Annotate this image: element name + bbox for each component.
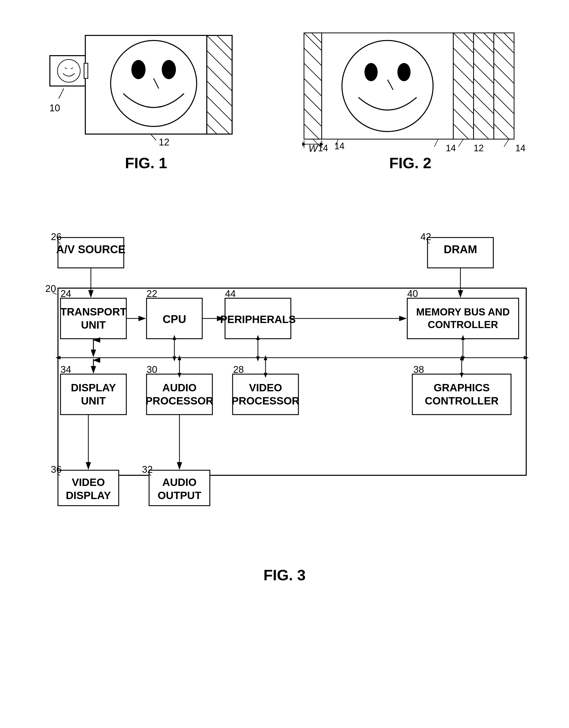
svg-line-77	[434, 139, 438, 147]
svg-text:UNIT: UNIT	[81, 395, 106, 407]
svg-text:VIDEO: VIDEO	[72, 476, 105, 488]
svg-text:14: 14	[335, 141, 345, 151]
page: 10 12 FIG. 1	[0, 0, 569, 728]
fig3-label: FIG. 3	[263, 566, 306, 584]
svg-rect-40	[453, 33, 474, 139]
svg-text:12: 12	[474, 143, 484, 152]
svg-line-75	[458, 139, 464, 147]
fig-row-top: 10 12 FIG. 1	[20, 25, 549, 172]
svg-text:36: 36	[51, 464, 61, 475]
svg-text:10: 10	[49, 103, 60, 113]
svg-rect-4	[85, 35, 232, 134]
svg-text:20: 20	[45, 283, 56, 294]
fig2-label: FIG. 2	[389, 154, 432, 172]
svg-line-20	[59, 89, 64, 99]
svg-text:W: W	[309, 143, 319, 152]
svg-line-22	[151, 135, 156, 140]
diagram-container: A/V SOURCE DRAM TRANSPORT UNIT CPU PERIP…	[33, 202, 552, 556]
svg-rect-60	[494, 33, 514, 139]
svg-point-36	[365, 63, 378, 81]
svg-point-37	[397, 63, 411, 81]
svg-text:38: 38	[413, 364, 424, 375]
svg-rect-50	[474, 33, 494, 139]
svg-rect-92	[60, 298, 126, 339]
svg-text:22: 22	[146, 288, 157, 299]
svg-text:12: 12	[159, 137, 169, 147]
svg-text:44: 44	[225, 288, 236, 299]
svg-rect-105	[146, 374, 212, 415]
svg-text:40: 40	[407, 288, 418, 299]
svg-text:TRANSPORT: TRANSPORT	[60, 306, 126, 318]
svg-rect-111	[412, 374, 511, 415]
svg-text:34: 34	[60, 364, 71, 375]
svg-text:14: 14	[446, 143, 456, 152]
svg-text:PROCESSOR: PROCESSOR	[231, 395, 300, 407]
svg-text:VIDEO: VIDEO	[249, 382, 282, 394]
svg-text:30: 30	[146, 364, 157, 375]
svg-text:42: 42	[421, 231, 431, 242]
fig3-section: A/V SOURCE DRAM TRANSPORT UNIT CPU PERIP…	[20, 202, 549, 584]
svg-text:PROCESSOR: PROCESSOR	[145, 395, 213, 407]
svg-text:CPU: CPU	[163, 313, 186, 325]
svg-text:CONTROLLER: CONTROLLER	[425, 395, 499, 407]
svg-text:DISPLAY: DISPLAY	[71, 382, 116, 394]
fig2-drawing: W 14 14 12 14 14	[297, 25, 524, 147]
svg-text:GRAPHICS: GRAPHICS	[434, 382, 490, 394]
svg-text:CONTROLLER: CONTROLLER	[428, 319, 498, 330]
svg-text:DRAM: DRAM	[444, 243, 477, 255]
svg-text:28: 28	[233, 364, 244, 375]
svg-point-17	[162, 60, 176, 79]
svg-text:MEMORY BUS AND: MEMORY BUS AND	[416, 306, 510, 317]
svg-text:14: 14	[515, 143, 525, 152]
fig1-container: 10 12 FIG. 1	[32, 25, 260, 172]
fig2-container: W 14 14 12 14 14	[284, 25, 537, 172]
svg-text:AUDIO: AUDIO	[162, 476, 196, 488]
svg-text:26: 26	[51, 231, 61, 242]
svg-text:DISPLAY: DISPLAY	[66, 489, 111, 501]
svg-text:A/V SOURCE: A/V SOURCE	[56, 243, 125, 255]
svg-rect-0	[50, 56, 88, 86]
fig1-label: FIG. 1	[125, 154, 167, 172]
svg-text:24: 24	[60, 288, 71, 299]
svg-rect-99	[407, 298, 519, 339]
svg-text:32: 32	[142, 464, 153, 475]
svg-rect-25	[304, 33, 322, 139]
svg-text:AUDIO: AUDIO	[162, 382, 196, 394]
fig1-drawing: 10 12	[45, 25, 247, 147]
svg-text:OUTPUT: OUTPUT	[158, 489, 201, 501]
svg-point-16	[131, 60, 145, 79]
svg-text:PERIPHERALS: PERIPHERALS	[220, 313, 296, 325]
svg-rect-102	[60, 374, 126, 415]
svg-text:UNIT: UNIT	[81, 319, 106, 331]
svg-rect-108	[232, 374, 299, 415]
svg-text:14: 14	[318, 143, 328, 152]
svg-line-79	[504, 139, 509, 147]
svg-rect-19	[84, 63, 88, 78]
